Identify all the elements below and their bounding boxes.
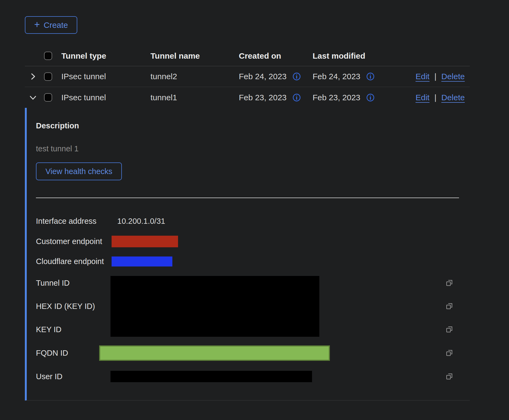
chevron-right-icon (28, 72, 38, 81)
user-id-copy (429, 365, 470, 388)
table-row: IPsec tunnel tunnel2 Feb 24, 2023 Feb 24… (25, 66, 470, 87)
row-checkbox[interactable] (44, 72, 52, 81)
tunnel-id-label: Tunnel ID (36, 279, 110, 288)
copy-icon[interactable] (445, 372, 454, 381)
tunnels-page: + Create Tunnel type Tunnel name Created… (25, 16, 470, 401)
key-id-copy (429, 318, 470, 341)
tunnel-name-cell: tunnel1 (150, 93, 239, 102)
cloudflare-endpoint-redacted-value (112, 256, 172, 266)
tunnel-name-cell: tunnel2 (150, 72, 239, 81)
ids-redacted-value (110, 276, 319, 337)
interface-address-value: 10.200.1.0/31 (110, 217, 429, 226)
cloudflare-endpoint-label: Cloudflare endpoint (36, 257, 110, 266)
fqdn-id-redacted-value (99, 345, 330, 361)
section-divider (36, 198, 459, 198)
delete-link[interactable]: Delete (441, 93, 465, 102)
interface-address-label: Interface address (36, 217, 110, 226)
last-modified-value: Feb 24, 2023 (313, 72, 360, 81)
row-actions: Edit | Delete (416, 93, 472, 102)
hex-id-copy (429, 295, 470, 318)
actions-separator: | (434, 93, 437, 102)
hex-id-label: HEX ID (KEY ID) (36, 302, 110, 311)
info-icon[interactable] (366, 93, 375, 102)
customer-endpoint-redacted-value (112, 236, 178, 247)
create-button-label: Create (43, 21, 68, 30)
header-tunnel-name: Tunnel name (150, 51, 239, 61)
user-id-label: User ID (36, 372, 110, 381)
chevron-down-icon (28, 93, 38, 102)
created-on-cell: Feb 23, 2023 (239, 93, 313, 102)
description-value: test tunnel 1 (36, 144, 470, 153)
user-id-redacted-value (110, 371, 312, 382)
customer-endpoint-label: Customer endpoint (36, 237, 110, 246)
tunnel-type-cell: IPsec tunnel (61, 72, 150, 81)
created-on-cell: Feb 24, 2023 (239, 72, 313, 81)
delete-link[interactable]: Delete (441, 72, 465, 81)
expand-row-button[interactable] (25, 72, 44, 81)
copy-icon[interactable] (445, 325, 454, 334)
key-id-label: KEY ID (36, 325, 110, 334)
actions-separator: | (434, 72, 437, 81)
tunnel-type-cell: IPsec tunnel (61, 93, 150, 102)
view-health-checks-button[interactable]: View health checks (36, 162, 122, 180)
table-row: IPsec tunnel tunnel1 Feb 23, 2023 Feb 23… (25, 87, 470, 108)
header-tunnel-type: Tunnel type (61, 51, 150, 61)
description-label: Description (36, 121, 470, 130)
tunnel-details-panel: Description test tunnel 1 View health ch… (25, 108, 470, 401)
tunnel-fields: Interface address 10.200.1.0/31 Customer… (36, 211, 470, 388)
info-icon[interactable] (292, 93, 301, 102)
created-on-value: Feb 23, 2023 (239, 93, 287, 102)
collapse-row-button[interactable] (25, 93, 44, 102)
last-modified-cell: Feb 23, 2023 (313, 93, 416, 102)
edit-link[interactable]: Edit (416, 72, 430, 81)
info-icon[interactable] (366, 72, 375, 81)
row-actions: Edit | Delete (416, 72, 472, 81)
copy-icon[interactable] (445, 302, 454, 311)
create-button[interactable]: + Create (25, 16, 77, 34)
select-all-checkbox[interactable] (44, 52, 52, 60)
last-modified-cell: Feb 24, 2023 (313, 72, 416, 81)
row-checkbox[interactable] (44, 93, 52, 102)
table-header-row: Tunnel type Tunnel name Created on Last … (25, 46, 470, 66)
view-health-checks-label: View health checks (45, 167, 112, 176)
edit-link[interactable]: Edit (416, 93, 430, 102)
fqdn-id-copy (429, 341, 470, 365)
tunnels-table: Tunnel type Tunnel name Created on Last … (25, 46, 470, 401)
header-created-on: Created on (239, 51, 313, 61)
plus-icon: + (34, 20, 40, 29)
copy-icon[interactable] (445, 349, 454, 357)
last-modified-value: Feb 23, 2023 (313, 93, 360, 102)
copy-icon[interactable] (445, 279, 454, 287)
info-icon[interactable] (292, 72, 301, 81)
tunnel-id-copy (429, 271, 470, 295)
header-last-modified: Last modified (313, 51, 416, 61)
created-on-value: Feb 24, 2023 (239, 72, 287, 81)
